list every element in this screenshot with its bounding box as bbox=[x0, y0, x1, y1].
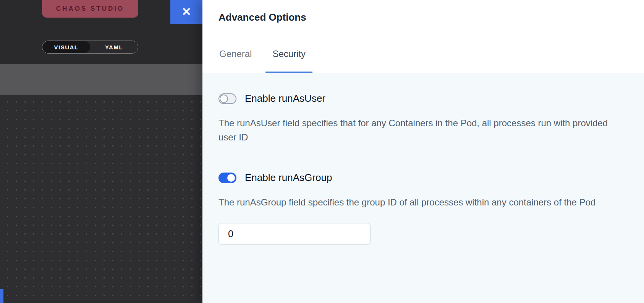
chaos-studio-editor: CHAOS STUDIO VISUAL YAML ✕ bbox=[0, 0, 202, 303]
tab-general[interactable]: General bbox=[212, 36, 259, 73]
visual-tab[interactable]: VISUAL bbox=[42, 41, 90, 53]
runasuser-row: Enable runAsUser bbox=[218, 93, 628, 104]
toggle-knob bbox=[227, 174, 235, 182]
visual-yaml-toggle: VISUAL YAML bbox=[42, 41, 138, 54]
close-drawer-button[interactable]: ✕ bbox=[170, 0, 202, 24]
chaos-studio-logo: CHAOS STUDIO bbox=[42, 0, 138, 18]
runasuser-description: The runAsUser field specifies that for a… bbox=[218, 116, 618, 144]
app-window: CHAOS STUDIO VISUAL YAML ✕ Advanced Opti… bbox=[0, 0, 644, 303]
runasgroup-input[interactable] bbox=[218, 223, 371, 245]
toggle-knob bbox=[220, 94, 228, 103]
bottom-left-accent bbox=[0, 289, 3, 303]
security-tab-content: Enable runAsUser The runAsUser field spe… bbox=[202, 73, 644, 303]
runasgroup-label: Enable runAsGroup bbox=[245, 172, 332, 184]
editor-toolbar bbox=[0, 64, 202, 95]
enable-runasuser-toggle[interactable] bbox=[218, 93, 236, 104]
panel-tabs: General Security bbox=[202, 36, 644, 73]
yaml-tab[interactable]: YAML bbox=[90, 41, 138, 53]
runasgroup-description: The runAsGroup field specifies the group… bbox=[218, 195, 618, 209]
panel-title: Advanced Options bbox=[202, 0, 644, 23]
experiment-canvas[interactable] bbox=[0, 95, 202, 303]
brand-label: CHAOS STUDIO bbox=[56, 5, 124, 13]
enable-runasgroup-toggle[interactable] bbox=[218, 173, 236, 183]
tab-security[interactable]: Security bbox=[265, 36, 312, 73]
advanced-options-panel: Advanced Options General Security Enable… bbox=[202, 0, 644, 303]
panel-header: Advanced Options bbox=[202, 0, 644, 36]
runasgroup-row: Enable runAsGroup bbox=[218, 172, 628, 184]
runasuser-label: Enable runAsUser bbox=[245, 93, 325, 104]
close-icon: ✕ bbox=[181, 6, 191, 18]
